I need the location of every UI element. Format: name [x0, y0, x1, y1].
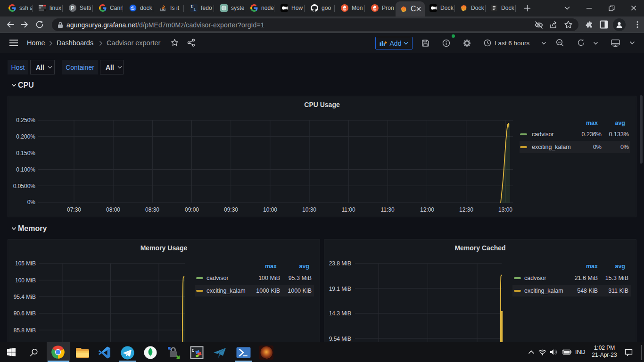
svg-text:P: P	[71, 5, 74, 11]
svg-text:L: L	[194, 8, 196, 12]
svg-text:U: U	[191, 5, 194, 9]
